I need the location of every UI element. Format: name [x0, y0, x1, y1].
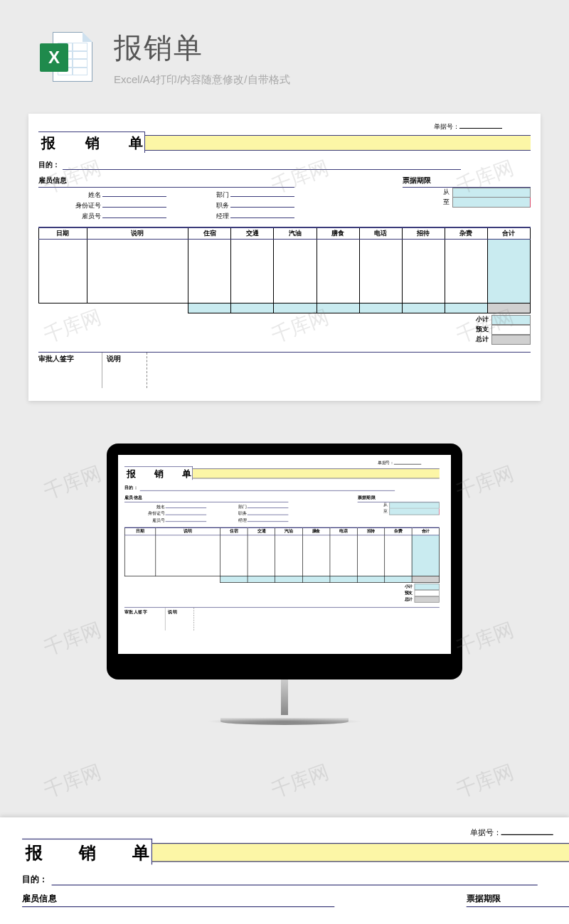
col-meals: 膳食: [317, 227, 359, 239]
watermark: 千库网: [452, 758, 518, 804]
watermark: 千库网: [40, 460, 105, 505]
page-title: 报销单: [114, 28, 290, 68]
col-lodging: 住宿: [188, 227, 231, 239]
period-from-label: 从: [403, 188, 452, 198]
grandtotal-label: 总计: [456, 335, 491, 345]
doc-no-label: 单据号：: [434, 123, 459, 130]
col-total: 合计: [487, 227, 530, 239]
id-field[interactable]: [102, 207, 166, 208]
empno-field[interactable]: [102, 217, 166, 218]
monitor-mockup: 单据号： 报 销 单 目的： 雇员信息 姓名 部门 身份证号 职务 雇员号 经理: [107, 444, 462, 725]
table-row[interactable]: [39, 239, 531, 303]
col-phone: 电话: [359, 227, 402, 239]
watermark: 千库网: [267, 758, 333, 804]
manager-field[interactable]: [230, 217, 294, 218]
watermark: 千库网: [40, 616, 105, 662]
excel-x-badge: X: [40, 43, 68, 72]
name-field[interactable]: [102, 196, 166, 197]
subtotal-value: [491, 315, 531, 325]
period-section-header: 票据期限: [403, 176, 531, 188]
period-to-field[interactable]: [452, 198, 531, 208]
employee-section-header: 雇员信息: [38, 176, 294, 188]
subtotal-row: [39, 303, 531, 313]
period-from-field[interactable]: [452, 188, 531, 198]
purpose-field[interactable]: [63, 169, 461, 170]
page-header: X 报销单 Excel/A4打印/内容随意修改/自带格式: [0, 0, 569, 101]
position-label: 职务: [216, 201, 229, 210]
name-label: 姓名: [88, 190, 101, 200]
monitor-stand: [281, 679, 288, 715]
monitor-base: [220, 718, 349, 725]
dept-field[interactable]: [230, 196, 294, 197]
approver-sign-label: 审批人签字: [38, 353, 102, 388]
empno-label: 雇员号: [82, 212, 101, 221]
manager-label: 经理: [216, 212, 229, 221]
approval-note-label: 说明: [102, 353, 145, 388]
position-field[interactable]: [230, 207, 294, 208]
excel-file-icon: X: [43, 29, 92, 86]
expense-table: 日期 说明 住宿 交通 汽油 膳食 电话 招待 杂费 合计: [38, 227, 531, 313]
col-desc: 说明: [87, 227, 188, 239]
advance-label: 预支: [456, 325, 491, 335]
col-date: 日期: [39, 227, 87, 239]
bottom-crop-preview: 单据号： 报 销 单 目的： 雇员信息 票据期限: [0, 817, 569, 924]
period-to-label: 至: [403, 198, 452, 208]
advance-value[interactable]: [491, 325, 531, 335]
grandtotal-value: [491, 335, 531, 345]
page-subtitle: Excel/A4打印/内容随意修改/自带格式: [114, 73, 290, 87]
form-title: 报 销 单: [38, 131, 145, 153]
col-fuel: 汽油: [274, 227, 317, 239]
watermark: 千库网: [40, 758, 105, 804]
col-entertain: 招待: [402, 227, 445, 239]
form-preview-card: 单据号： 报 销 单 目的： 雇员信息 姓名 部门 身份证号 职务 雇员号 经理…: [28, 114, 541, 401]
dept-label: 部门: [216, 190, 229, 200]
col-transport: 交通: [231, 227, 274, 239]
subtotal-label: 小计: [456, 315, 491, 325]
col-misc: 杂费: [445, 227, 487, 239]
id-label: 身份证号: [75, 201, 101, 210]
purpose-label: 目的：: [38, 161, 60, 168]
title-highlight-bar: [145, 135, 531, 151]
